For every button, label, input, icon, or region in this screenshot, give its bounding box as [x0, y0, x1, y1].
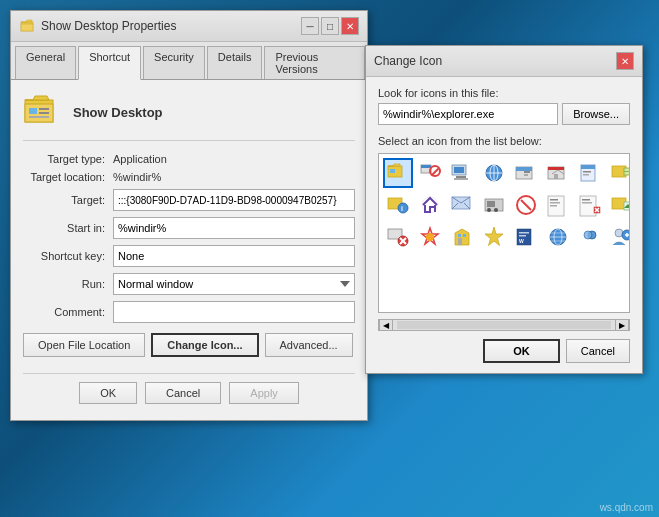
svg-rect-77: [519, 235, 526, 237]
svg-rect-8: [39, 112, 49, 114]
shortcut-key-row: Shortcut key:: [23, 245, 355, 267]
svg-rect-54: [550, 202, 560, 204]
target-location-row: Target location: %windir%: [23, 171, 355, 183]
comment-label: Comment:: [23, 306, 113, 318]
svg-rect-76: [519, 232, 529, 234]
icon-item-16[interactable]: [607, 190, 630, 220]
icon-item-17[interactable]: [383, 222, 413, 252]
icon-item-13[interactable]: [511, 190, 541, 220]
svg-marker-74: [485, 227, 503, 246]
icon-item-20[interactable]: [479, 222, 509, 252]
target-type-label: Target type:: [23, 153, 113, 165]
icon-item-3[interactable]: [447, 158, 477, 188]
svg-rect-72: [458, 234, 461, 237]
browse-button[interactable]: Browse...: [562, 103, 630, 125]
scroll-right-button[interactable]: ▶: [615, 319, 629, 331]
scroll-left-button[interactable]: ◀: [379, 319, 393, 331]
change-icon-ok-button[interactable]: OK: [483, 339, 560, 363]
svg-marker-5: [25, 96, 49, 100]
svg-rect-7: [39, 108, 49, 110]
file-input[interactable]: [378, 103, 558, 125]
icon-item-22[interactable]: [543, 222, 573, 252]
change-icon-bottom-buttons: OK Cancel: [378, 339, 630, 363]
icons-grid: i: [379, 154, 629, 256]
tab-general[interactable]: General: [15, 46, 76, 79]
shortcut-key-label: Shortcut key:: [23, 250, 113, 262]
comment-row: Comment:: [23, 301, 355, 323]
icon-item-23[interactable]: [575, 222, 605, 252]
scrollbar-track: [397, 321, 611, 329]
change-icon-close-button[interactable]: ✕: [616, 52, 634, 70]
tab-details[interactable]: Details: [207, 46, 263, 79]
open-file-location-button[interactable]: Open File Location: [23, 333, 145, 357]
advanced-button[interactable]: Advanced...: [265, 333, 353, 357]
svg-rect-31: [554, 174, 558, 179]
svg-marker-11: [388, 164, 400, 166]
svg-line-51: [521, 200, 531, 210]
change-icon-cancel-button[interactable]: Cancel: [566, 339, 630, 363]
icon-item-7[interactable]: [575, 158, 605, 188]
icon-item-2[interactable]: [415, 158, 445, 188]
properties-title-icon: [19, 18, 35, 34]
icon-item-10[interactable]: [415, 190, 445, 220]
icon-item-6[interactable]: [543, 158, 573, 188]
icon-item-1[interactable]: [383, 158, 413, 188]
run-row: Run: Normal window Minimized Maximized: [23, 273, 355, 295]
svg-rect-73: [463, 234, 466, 237]
target-type-row: Target type: Application: [23, 153, 355, 165]
svg-rect-55: [550, 205, 557, 207]
icon-item-19[interactable]: [447, 222, 477, 252]
target-input[interactable]: [113, 189, 355, 211]
icon-item-21[interactable]: W: [511, 222, 541, 252]
cancel-button[interactable]: Cancel: [145, 382, 221, 404]
apply-button[interactable]: Apply: [229, 382, 299, 404]
icon-item-9[interactable]: i: [383, 190, 413, 220]
change-icon-titlebar-left: Change Icon: [374, 54, 442, 68]
minimize-button[interactable]: ─: [301, 17, 319, 35]
svg-rect-19: [456, 176, 466, 178]
svg-rect-1: [21, 24, 33, 31]
change-icon-dialog: Change Icon ✕ Look for icons in this fil…: [365, 45, 643, 374]
icon-item-5[interactable]: [511, 158, 541, 188]
svg-text:W: W: [519, 238, 524, 244]
select-icon-label: Select an icon from the list below:: [378, 135, 630, 147]
scrollbar[interactable]: ◀ ▶: [378, 319, 630, 331]
ok-button[interactable]: OK: [79, 382, 137, 404]
svg-rect-57: [582, 199, 590, 201]
change-icon-button[interactable]: Change Icon...: [151, 333, 258, 357]
icon-item-18[interactable]: [415, 222, 445, 252]
icon-item-4[interactable]: [479, 158, 509, 188]
look-for-label: Look for icons in this file:: [378, 87, 630, 99]
tab-shortcut[interactable]: Shortcut: [78, 46, 141, 80]
icon-item-14[interactable]: [543, 190, 573, 220]
icon-item-15[interactable]: [575, 190, 605, 220]
svg-marker-2: [21, 20, 32, 22]
action-buttons-row: Open File Location Change Icon... Advanc…: [23, 333, 355, 357]
svg-rect-6: [29, 108, 37, 114]
icon-item-8[interactable]: [607, 158, 630, 188]
icon-item-24[interactable]: [607, 222, 630, 252]
icons-area: i: [378, 153, 630, 313]
icon-item-11[interactable]: [447, 190, 477, 220]
svg-point-85: [584, 231, 592, 239]
shortcut-key-input[interactable]: [113, 245, 355, 267]
close-button[interactable]: ✕: [341, 17, 359, 35]
app-name: Show Desktop: [73, 105, 163, 120]
change-icon-title: Change Icon: [374, 54, 442, 68]
svg-point-48: [494, 208, 498, 212]
svg-rect-34: [583, 171, 591, 173]
change-icon-titlebar-controls: ✕: [616, 52, 634, 70]
properties-dialog: Show Desktop Properties ─ □ ✕ General Sh…: [10, 10, 368, 421]
titlebar-left: Show Desktop Properties: [19, 18, 176, 34]
run-select[interactable]: Normal window Minimized Maximized: [113, 273, 355, 295]
svg-rect-14: [421, 165, 431, 168]
tab-previous-versions[interactable]: Previous Versions: [264, 46, 365, 79]
icon-item-12[interactable]: [479, 190, 509, 220]
start-in-input[interactable]: [113, 217, 355, 239]
comment-input[interactable]: [113, 301, 355, 323]
change-icon-titlebar: Change Icon ✕: [366, 46, 642, 77]
maximize-button[interactable]: □: [321, 17, 339, 35]
change-icon-content: Look for icons in this file: Browse... S…: [366, 77, 642, 373]
tab-security[interactable]: Security: [143, 46, 205, 79]
svg-rect-9: [29, 116, 49, 118]
